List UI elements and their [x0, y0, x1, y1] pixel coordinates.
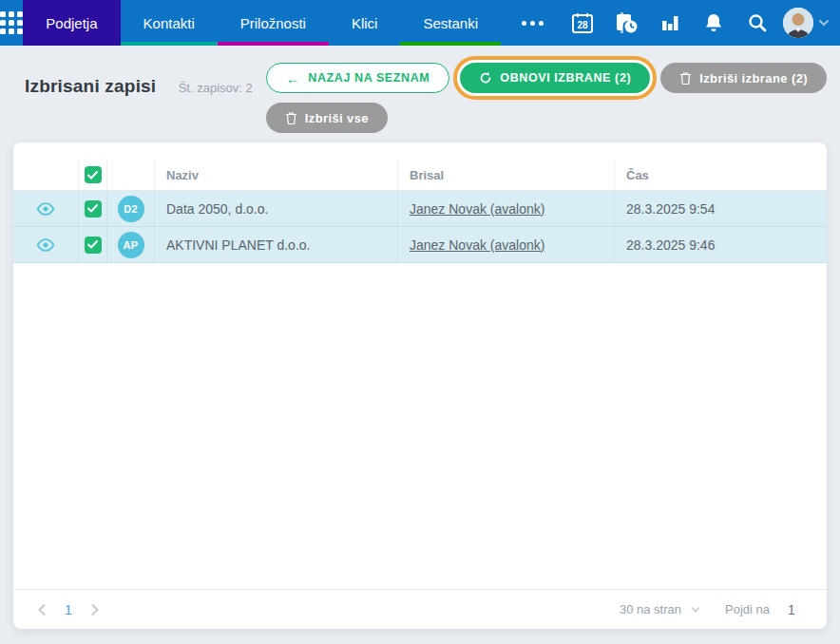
- restore-icon: [479, 71, 492, 85]
- table-header-row: Naziv Brisal Čas: [13, 160, 827, 191]
- column-header-naziv: Naziv: [166, 168, 199, 182]
- tab-kontakti[interactable]: Kontakti: [121, 0, 218, 46]
- nav-actions: 28: [564, 0, 840, 46]
- bar-chart-icon: [659, 11, 681, 34]
- svg-text:28: 28: [577, 20, 588, 30]
- arrow-left-icon: ←: [286, 71, 301, 85]
- restore-selected-button[interactable]: OBNOVI IZBRANE (2): [460, 63, 650, 93]
- app-grid-icon: [0, 11, 23, 34]
- view-record-button[interactable]: [36, 237, 55, 253]
- company-initials-badge: AP: [118, 232, 144, 258]
- trash-icon: [679, 71, 692, 85]
- empty-table-area: [13, 263, 827, 589]
- tab-more[interactable]: [501, 0, 564, 46]
- select-all-checkbox[interactable]: [85, 166, 102, 183]
- tab-priloznosti[interactable]: Priložnosti: [218, 0, 329, 46]
- back-to-list-button[interactable]: ← NAZAJ NA SEZNAM: [266, 63, 450, 93]
- search-button[interactable]: [739, 5, 775, 41]
- view-record-button[interactable]: [36, 201, 55, 217]
- goto-page-label: Pojdi na: [725, 602, 770, 616]
- column-header-brisal: Brisal: [410, 168, 444, 182]
- delete-selected-button[interactable]: Izbriši izbrane (2): [660, 63, 827, 93]
- contacts-history-button[interactable]: [608, 5, 644, 41]
- column-header-cas: Čas: [626, 168, 649, 182]
- calendar-button[interactable]: 28: [564, 5, 601, 41]
- module-tabs: Podjetja Kontakti Priložnosti Klici Sest…: [23, 0, 564, 46]
- avatar-photo: [783, 8, 813, 38]
- user-avatar[interactable]: [783, 8, 813, 38]
- pagination: 1: [36, 602, 101, 617]
- page-size-select[interactable]: 30 na stran: [620, 602, 700, 616]
- delete-selected-label: Izbriši izbrane (2): [699, 71, 808, 85]
- header-actions: ← NAZAJ NA SEZNAM OBNOVI IZBRANE (2) Izb…: [266, 56, 827, 133]
- trash-icon: [285, 111, 297, 124]
- table-row[interactable]: D2 Data 2050, d.o.o. Janez Novak (avalon…: [13, 191, 827, 227]
- delete-all-label: Izbriši vse: [305, 111, 369, 125]
- tab-label: Klici: [352, 15, 378, 31]
- address-book-clock-icon: [613, 10, 640, 35]
- tab-label: Kontakti: [143, 15, 195, 31]
- tab-klici[interactable]: Klici: [329, 0, 401, 46]
- search-icon: [746, 11, 769, 34]
- page-size-value: 30 na stran: [620, 602, 681, 616]
- page-number[interactable]: 1: [65, 602, 72, 617]
- company-initials-badge: D2: [118, 196, 144, 222]
- chevron-down-icon: [817, 16, 830, 29]
- table-footer: 1 30 na stran Pojdi na: [13, 589, 827, 629]
- tab-label: Sestanki: [423, 15, 478, 31]
- deleted-by-link[interactable]: Janez Novak (avalonk): [410, 201, 544, 217]
- chevron-right-icon: [89, 603, 101, 616]
- top-navigation-bar: Podjetja Kontakti Priložnosti Klici Sest…: [0, 0, 840, 46]
- app-grid-button[interactable]: [0, 0, 23, 46]
- company-name: Data 2050, d.o.o.: [166, 201, 268, 217]
- next-page-button[interactable]: [89, 603, 101, 616]
- deleted-time: 28.3.2025 9:46: [626, 237, 715, 253]
- page-title: Izbrisani zapisi: [25, 76, 156, 97]
- chevron-left-icon: [36, 603, 48, 616]
- check-icon: [87, 171, 98, 180]
- page-header: Izbrisani zapisi Št. zapisov: 2 ← NAZAJ …: [0, 46, 840, 142]
- row-checkbox[interactable]: [85, 237, 102, 254]
- table-row[interactable]: AP AKTIVNI PLANET d.o.o. Janez Novak (av…: [13, 227, 827, 263]
- tab-label: Podjetja: [46, 15, 97, 31]
- user-menu[interactable]: [783, 8, 830, 38]
- tab-podjetja[interactable]: Podjetja: [23, 0, 120, 46]
- deleted-by-link[interactable]: Janez Novak (avalonk): [410, 237, 544, 253]
- records-count: Št. zapisov: 2: [179, 81, 253, 95]
- notifications-button[interactable]: [696, 5, 732, 41]
- statistics-button[interactable]: [652, 5, 688, 41]
- check-icon: [87, 204, 98, 213]
- eye-icon: [36, 237, 55, 253]
- click-highlight-ring: OBNOVI IZBRANE (2): [453, 56, 657, 100]
- deleted-time: 28.3.2025 9:54: [626, 201, 715, 217]
- back-button-label: NAZAJ NA SEZNAM: [308, 71, 430, 85]
- tab-label: Priložnosti: [240, 15, 306, 31]
- company-name: AKTIVNI PLANET d.o.o.: [166, 237, 310, 253]
- ellipsis-icon: [522, 21, 526, 26]
- bell-icon: [702, 11, 725, 34]
- row-checkbox[interactable]: [85, 200, 102, 218]
- goto-page-input[interactable]: [779, 602, 804, 617]
- calendar-icon: 28: [570, 10, 595, 35]
- eye-icon: [36, 201, 55, 217]
- tab-sestanki[interactable]: Sestanki: [400, 0, 501, 46]
- chevron-down-icon: [691, 606, 700, 614]
- deleted-records-card: Naziv Brisal Čas D2 Data 2050, d.o.o. Ja…: [13, 142, 827, 629]
- delete-all-button[interactable]: Izbriši vse: [266, 103, 388, 133]
- restore-button-label: OBNOVI IZBRANE (2): [500, 71, 631, 85]
- previous-page-button[interactable]: [36, 603, 48, 616]
- check-icon: [87, 240, 98, 249]
